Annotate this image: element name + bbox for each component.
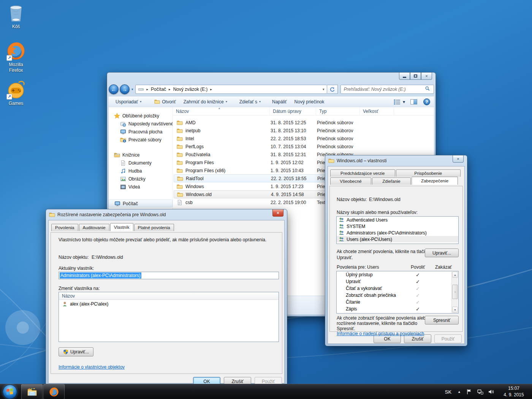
sidebar-item-downloads[interactable]: Prevzaté súbory <box>109 136 173 144</box>
column-name[interactable]: Názov ▴ <box>173 107 270 116</box>
ownership-info-link[interactable]: Informácie o vlastníctve objektov <box>59 364 125 370</box>
tab-customize[interactable]: Prispôsobenie <box>396 169 461 177</box>
tab-auditing[interactable]: Auditovanie <box>79 224 109 231</box>
sidebar-item-videos[interactable]: Videá <box>109 183 173 191</box>
column-size[interactable]: Veľkosť <box>360 107 394 116</box>
groups-list[interactable]: Authenticated Users SYSTEM Administrator… <box>336 216 459 244</box>
volume-button[interactable] <box>488 389 494 395</box>
minimize-button[interactable] <box>399 73 410 80</box>
sidebar-item-favorites[interactable]: Obľúbené položky <box>109 112 173 120</box>
security-tab-panel: Názov objektu: E:\Windows.old Názvy skup… <box>329 186 463 332</box>
language-indicator[interactable]: SK <box>445 389 451 395</box>
back-button[interactable]: ← <box>109 84 119 94</box>
preview-pane-icon <box>413 100 417 104</box>
apply-button[interactable]: Použiť <box>434 334 462 343</box>
network-button[interactable] <box>477 389 483 395</box>
close-icon: × <box>425 74 428 78</box>
folder-icon <box>154 99 160 104</box>
object-name-label: Názov objektu: <box>337 197 367 202</box>
maximize-button[interactable] <box>410 73 421 80</box>
desktop-icon-firefox[interactable]: ↗ Mozilla Firefox <box>0 40 32 73</box>
permissions-list[interactable]: Úplný prístup ✓ Upraviť ✓ Čítať a vykoná… <box>336 271 459 314</box>
sidebar-item-recent[interactable]: Naposledy navštívené <box>109 120 173 128</box>
address-bar[interactable]: ▸ Počítač ▸ Nový zväzok (E:) ▸ ▾ <box>135 85 327 94</box>
back-icon: ← <box>111 86 116 92</box>
help-button[interactable]: ? <box>423 98 430 105</box>
scroll-up-button[interactable]: ▲ <box>452 272 458 278</box>
file-row[interactable]: Intel22. 2. 2015 18:53Priečinok súborov <box>174 135 432 142</box>
access-control-link[interactable]: Informácie o riadení prístupu a povoleni… <box>337 331 424 336</box>
share-with-menu[interactable]: Zdieľať s▾ <box>236 98 264 106</box>
breadcrumb-separator: ▸ <box>169 87 171 91</box>
owner-row[interactable]: alex (alex-PC\alex) <box>59 300 279 308</box>
sidebar-item-music[interactable]: Hudba <box>109 167 173 175</box>
preview-pane-button[interactable] <box>410 99 417 104</box>
taskbar-explorer-button[interactable] <box>21 384 43 399</box>
file-row[interactable]: AMD31. 8. 2015 12:25Priečinok súborov <box>174 119 432 127</box>
sidebar-item-pictures[interactable]: Obrázky <box>109 175 173 183</box>
group-row[interactable]: Administrators (alex-PC\Administrators) <box>337 230 458 236</box>
forward-button[interactable]: → <box>120 84 130 94</box>
change-owner-list[interactable]: Názov alex (alex-PC\alex) <box>59 292 279 342</box>
change-view-button[interactable]: ▾ <box>394 99 405 105</box>
advanced-titlebar: Rozšírené nastavenie zabezpečenia pre Wi… <box>46 209 287 220</box>
tab-sharing[interactable]: Zdieľanie <box>372 177 411 185</box>
file-row[interactable]: PerfLogs10. 7. 2015 13:04Priečinok súbor… <box>174 142 432 150</box>
column-type[interactable]: Typ <box>316 107 360 116</box>
sidebar-item-documents[interactable]: Dokumenty <box>109 159 173 167</box>
action-center-button[interactable] <box>466 389 472 395</box>
tab-general[interactable]: Všeobecné <box>330 177 371 185</box>
edit-permissions-button[interactable]: Upraviť... <box>425 249 459 257</box>
tab-permissions[interactable]: Povolenia <box>51 224 78 231</box>
advanced-body: Povolenia Auditovanie Vlastník Platné po… <box>48 220 285 383</box>
tab-previous-versions[interactable]: Predchádzajúce verzie <box>330 169 395 177</box>
refresh-button[interactable] <box>327 85 338 94</box>
advanced-hint-line2: rozšírené nastavenie, kliknite na tlačid… <box>337 321 417 326</box>
scroll-thumb[interactable]: ≡ <box>452 285 458 299</box>
show-hidden-icons-button[interactable]: ▲ <box>458 390 461 394</box>
address-dropdown[interactable]: ▾ <box>323 87 325 91</box>
recent-pages-dropdown[interactable]: ▾ <box>131 87 133 91</box>
edit-hint-line2: Upraviť. <box>337 255 353 260</box>
sidebar-item-libraries[interactable]: Knižnice <box>109 151 173 159</box>
edit-owner-button[interactable]: Upraviť... <box>59 347 93 356</box>
start-button[interactable] <box>3 385 17 399</box>
group-row[interactable]: SYSTEM <box>337 223 458 230</box>
column-date[interactable]: Dátum úpravy <box>270 107 316 116</box>
close-button[interactable]: × <box>453 155 464 163</box>
sidebar-item-computer[interactable]: Počítač <box>109 200 173 207</box>
monitor-icon <box>120 129 126 135</box>
include-in-library-menu[interactable]: Zahrnúť do knižnice▾ <box>180 98 230 106</box>
desktop-icon-games[interactable]: ↗ Games <box>0 79 32 106</box>
folder-icon <box>177 160 183 166</box>
chevron-down-icon: ▾ <box>140 100 141 103</box>
tab-security[interactable]: Zabezpečenie <box>412 177 458 185</box>
group-row-selected[interactable]: Users (alex-PC\Users) <box>337 236 458 242</box>
current-owner-field[interactable]: Administrators (alex-PC\Administrators) <box>59 272 279 279</box>
sidebar-item-desktop[interactable]: Pracovná plocha <box>109 128 173 136</box>
breadcrumb-current[interactable]: Nový zväzok (E:) <box>173 87 208 92</box>
burn-button[interactable]: Napáliť <box>269 98 290 106</box>
clock[interactable]: 15:07 4. 9. 2015 <box>499 385 529 399</box>
tabs-row-2: Všeobecné Zdieľanie Zabezpečenie <box>330 177 459 185</box>
object-name-label: Názov objektu: <box>59 255 89 260</box>
new-folder-button[interactable]: Nový priečinok <box>291 98 328 106</box>
film-icon <box>120 184 126 190</box>
file-row[interactable]: inetpub31. 8. 2015 13:10Priečinok súboro… <box>174 127 432 135</box>
open-button[interactable]: Otvoriť <box>151 98 179 106</box>
tab-owner[interactable]: Vlastník <box>110 223 133 231</box>
tab-effective-permissions[interactable]: Platné povolenia <box>134 224 174 231</box>
group-row[interactable]: Authenticated Users <box>337 217 458 223</box>
desktop-icon-recycle-bin[interactable]: Kôš <box>0 3 32 30</box>
advanced-button[interactable]: Spresniť <box>425 316 459 325</box>
breadcrumb-computer[interactable]: Počítač <box>151 87 166 92</box>
search-input[interactable] <box>340 85 434 94</box>
close-button[interactable]: × <box>421 73 432 80</box>
taskbar-firefox-button[interactable] <box>43 384 65 399</box>
organize-menu[interactable]: Usporiadať▾ <box>112 98 144 106</box>
permissions-scrollbar[interactable]: ▲ ≡ ▼ <box>451 272 458 313</box>
close-button[interactable]: × <box>272 209 283 217</box>
owner-list-header[interactable]: Názov <box>59 292 279 300</box>
scroll-down-button[interactable]: ▼ <box>452 307 458 313</box>
allow-check-icon: ✓ <box>416 293 420 298</box>
